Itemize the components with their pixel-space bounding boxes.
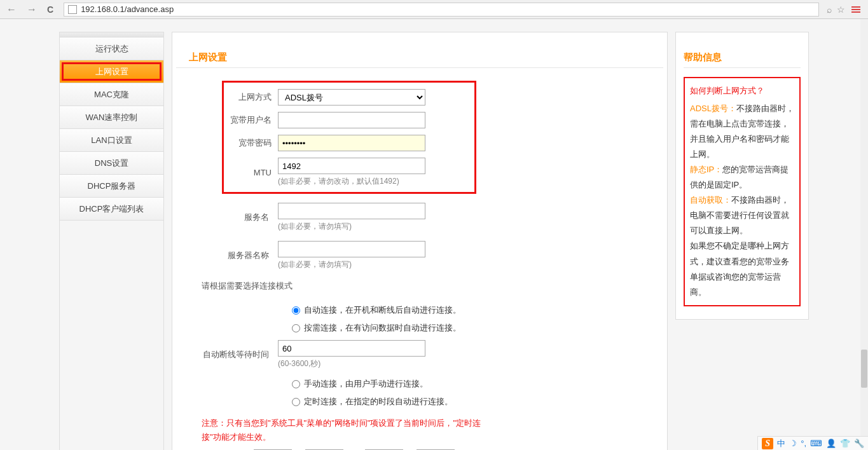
ime-taskbar: S 中 ☽ °, ⌨ 👤 👕 🔧 (757, 436, 868, 450)
ime-keyboard-icon[interactable]: ⌨ (810, 439, 822, 448)
radio-ondemand-row: 按需连接，在有访问数据时自动进行连接。 (292, 322, 663, 334)
scroll-thumb[interactable] (861, 350, 867, 388)
sidebar-item-wan[interactable]: 上网设置 (60, 60, 163, 83)
back-icon[interactable]: ← (4, 4, 19, 15)
help-question: 如何判断上网方式？ (690, 83, 794, 99)
url-bar[interactable]: 192.168.0.1/advance.asp (64, 3, 819, 17)
menu-icon[interactable] (850, 5, 862, 14)
sidebar-item-dns[interactable]: DNS设置 (60, 152, 163, 175)
url-text: 192.168.0.1/advance.asp (81, 4, 174, 14)
radio-auto-label: 自动连接，在开机和断线后自动进行连接。 (304, 304, 461, 316)
radio-sched[interactable] (292, 398, 300, 406)
scrollbar[interactable] (860, 19, 868, 436)
sidebar-item-wanrate[interactable]: WAN速率控制 (60, 106, 163, 129)
radio-auto[interactable] (292, 306, 300, 315)
sched-warning: 注意：只有当您到"系统工具"菜单的"网络时间"项设置了当前时间后，"定时连接"功… (189, 414, 481, 449)
sidebar-item-label: DHCP客户端列表 (79, 204, 144, 214)
sidebar-item-label: MAC克隆 (94, 90, 129, 99)
ime-cn-icon[interactable]: 中 (777, 438, 785, 449)
sidebar-item-lan[interactable]: LAN口设置 (60, 129, 163, 152)
username-label: 宽带用户名 (224, 114, 278, 126)
sidebar-top (60, 32, 163, 38)
help-line-static: 静态IP：您的宽带运营商提供的是固定IP。 (690, 162, 794, 193)
idle-label: 自动断线等待时间 (189, 349, 278, 360)
ime-punct-icon[interactable]: °, (801, 439, 806, 448)
sidebar-item-label: 运行状态 (95, 44, 128, 53)
page-icon (68, 5, 77, 14)
ime-skin-icon[interactable]: 👕 (840, 439, 850, 448)
star-icon[interactable]: ☆ (837, 4, 845, 15)
sidebar-item-label: DHCP服务器 (88, 181, 136, 191)
content-panel: 上网设置 上网方式 ADSL拨号 宽带用户名 宽带密码 (172, 32, 668, 450)
help-panel: 帮助信息 如何判断上网方式？ ADSL拨号：不接路由器时，需在电脑上点击宽带连接… (675, 32, 809, 320)
sidebar-item-dhcp[interactable]: DHCP服务器 (60, 175, 163, 198)
svc-hint: (如非必要，请勿填写) (278, 221, 425, 232)
browser-toolbar: ← → C 192.168.0.1/advance.asp ⌕ ☆ (0, 0, 868, 19)
help-line-adsl: ADSL拨号：不接路由器时，需在电脑上点击宽带连接，并且输入用户名和密码才能上网… (690, 101, 794, 162)
radio-auto-row: 自动连接，在开机和断线后自动进行连接。 (292, 304, 663, 316)
radio-ondemand-label: 按需连接，在有访问数据时自动进行连接。 (304, 322, 461, 334)
mtu-input[interactable] (278, 158, 425, 174)
radio-sched-label: 定时连接，在指定的时段自动进行连接。 (304, 396, 453, 407)
mtu-hint: (如非必要，请勿改动，默认值1492) (278, 176, 425, 187)
radio-sched-row: 定时连接，在指定的时段自动进行连接。 (292, 396, 663, 407)
password-input[interactable] (278, 135, 425, 151)
idle-input[interactable] (278, 340, 425, 357)
sidebar-item-label: WAN速率控制 (86, 112, 138, 122)
server-hint: (如非必要，请勿填写) (278, 259, 425, 270)
page: 运行状态 上网设置 MAC克隆 WAN速率控制 LAN口设置 DNS设置 DHC… (0, 19, 868, 450)
help-line-auto: 自动获取：不接路由器时，电脑不需要进行任何设置就可以直接上网。 (690, 193, 794, 238)
radio-manual-row: 手动连接，由用户手动进行连接。 (292, 378, 663, 390)
radio-ondemand[interactable] (292, 324, 300, 332)
server-label: 服务器名称 (189, 250, 278, 261)
sidebar-item-label: 上网设置 (95, 67, 128, 76)
username-input[interactable] (278, 112, 425, 128)
svc-input[interactable] (278, 203, 425, 219)
highlight-box: 上网方式 ADSL拨号 宽带用户名 宽带密码 MTU (222, 81, 476, 194)
idle-hint: (60-3600,秒) (278, 358, 425, 369)
conn-type-select[interactable]: ADSL拨号 (278, 89, 425, 106)
sidebar-item-mac[interactable]: MAC克隆 (60, 83, 163, 106)
sidebar: 运行状态 上网设置 MAC克隆 WAN速率控制 LAN口设置 DNS设置 DHC… (59, 32, 164, 450)
password-label: 宽带密码 (224, 137, 278, 149)
radio-manual-label: 手动连接，由用户手动进行连接。 (304, 378, 428, 390)
ime-tool-icon[interactable]: 🔧 (854, 439, 864, 448)
help-line-unsure: 如果您不确定是哪种上网方式，建议查看您的宽带业务单据或咨询您的宽带运营商。 (690, 238, 794, 299)
ime-logo-icon[interactable]: S (762, 438, 773, 449)
radio-manual[interactable] (292, 380, 300, 388)
ime-moon-icon[interactable]: ☽ (789, 439, 797, 448)
conn-type-label: 上网方式 (224, 92, 278, 103)
ime-account-icon[interactable]: 👤 (826, 439, 836, 448)
sidebar-item-dhcpclients[interactable]: DHCP客户端列表 (60, 198, 163, 221)
mtu-label: MTU (224, 168, 278, 177)
sidebar-item-label: LAN口设置 (91, 135, 132, 145)
help-highlight: 如何判断上网方式？ ADSL拨号：不接路由器时，需在电脑上点击宽带连接，并且输入… (684, 77, 801, 306)
chrome-actions: ⌕ ☆ (824, 4, 864, 15)
form-area: 上网方式 ADSL拨号 宽带用户名 宽带密码 MTU (189, 81, 663, 450)
server-input[interactable] (278, 241, 425, 257)
forward-icon[interactable]: → (24, 4, 39, 15)
sidebar-item-status[interactable]: 运行状态 (60, 38, 163, 60)
svc-label: 服务名 (189, 212, 278, 223)
section-title: 上网设置 (176, 51, 663, 68)
mode-prompt: 请根据需要选择连接模式 (189, 276, 663, 301)
reload-icon[interactable]: C (45, 4, 56, 15)
key-icon[interactable]: ⌕ (827, 4, 832, 15)
help-title: 帮助信息 (684, 51, 801, 68)
sidebar-item-label: DNS设置 (95, 158, 128, 168)
